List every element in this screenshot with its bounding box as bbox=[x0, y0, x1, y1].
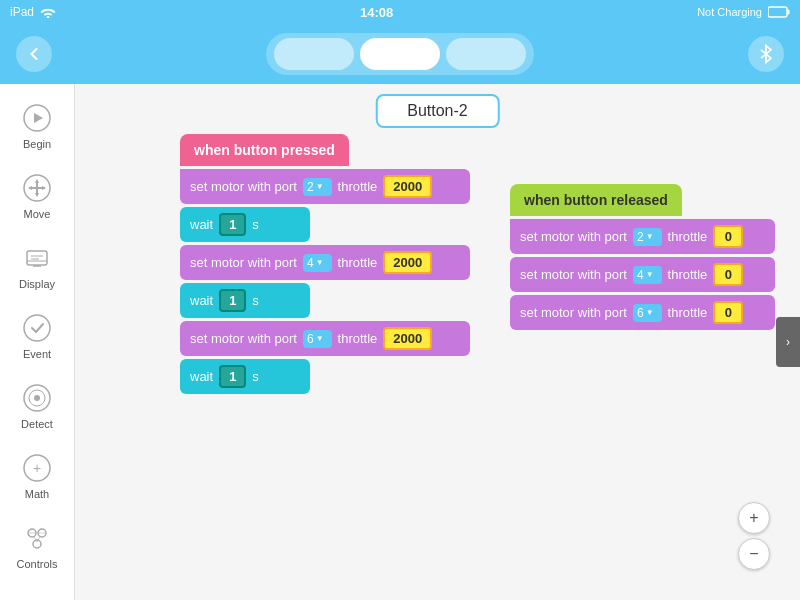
nav-tab-1[interactable] bbox=[274, 38, 354, 70]
play-icon bbox=[19, 100, 55, 136]
sidebar-item-event[interactable]: Event bbox=[0, 302, 74, 368]
wait-unit-1: s bbox=[252, 217, 259, 232]
svg-rect-10 bbox=[27, 251, 47, 265]
throttle-label-2: throttle bbox=[338, 255, 378, 270]
value-box-3[interactable]: 2000 bbox=[383, 327, 432, 350]
sidebar-item-math[interactable]: + Math bbox=[0, 442, 74, 508]
motor-block-r3[interactable]: set motor with port 6 throttle 0 bbox=[510, 295, 775, 330]
trigger-pressed[interactable]: when button pressed bbox=[180, 134, 349, 166]
value-box-r3[interactable]: 0 bbox=[713, 301, 743, 324]
display-icon bbox=[19, 240, 55, 276]
set-motor-label-1: set motor with port bbox=[190, 179, 297, 194]
svg-point-14 bbox=[34, 395, 40, 401]
trigger-released[interactable]: when button released bbox=[510, 184, 682, 216]
sidebar-item-controls[interactable]: Controls bbox=[0, 512, 74, 578]
wait-label-3: wait bbox=[190, 369, 213, 384]
zoom-in-button[interactable]: + bbox=[738, 502, 770, 534]
svg-marker-9 bbox=[42, 186, 46, 190]
right-block-group: when button released set motor with port… bbox=[510, 184, 775, 333]
battery-label: Not Charging bbox=[697, 6, 762, 18]
svg-marker-4 bbox=[34, 113, 43, 123]
sidebar-label-display: Display bbox=[19, 278, 55, 290]
sidebar-label-move: Move bbox=[24, 208, 51, 220]
sidebar-item-move[interactable]: Move bbox=[0, 162, 74, 228]
set-motor-label-2: set motor with port bbox=[190, 255, 297, 270]
wait-block-3[interactable]: wait 1 s bbox=[180, 359, 310, 394]
svg-point-11 bbox=[24, 315, 50, 341]
event-icon bbox=[19, 310, 55, 346]
wait-block-1[interactable]: wait 1 s bbox=[180, 207, 310, 242]
throttle-label-1: throttle bbox=[338, 179, 378, 194]
motor-block-r1[interactable]: set motor with port 2 throttle 0 bbox=[510, 219, 775, 254]
wait-label-1: wait bbox=[190, 217, 213, 232]
wait-value-2[interactable]: 1 bbox=[219, 289, 246, 312]
port-select-r3[interactable]: 6 bbox=[633, 304, 662, 322]
bluetooth-button[interactable] bbox=[748, 36, 784, 72]
sidebar-item-detect[interactable]: Detect bbox=[0, 372, 74, 438]
nav-tabs bbox=[266, 33, 534, 75]
main-layout: Begin Move bbox=[0, 84, 800, 600]
port-select-1[interactable]: 2 bbox=[303, 178, 332, 196]
wifi-icon bbox=[40, 6, 56, 18]
sidebar-label-begin: Begin bbox=[23, 138, 51, 150]
zoom-controls: + − bbox=[738, 502, 770, 570]
motor-block-r2[interactable]: set motor with port 4 throttle 0 bbox=[510, 257, 775, 292]
value-box-1[interactable]: 2000 bbox=[383, 175, 432, 198]
motor-block-3[interactable]: set motor with port 6 throttle 2000 bbox=[180, 321, 470, 356]
port-select-r1[interactable]: 2 bbox=[633, 228, 662, 246]
sidebar-item-begin[interactable]: Begin bbox=[0, 92, 74, 158]
wait-unit-2: s bbox=[252, 293, 259, 308]
wait-value-3[interactable]: 1 bbox=[219, 365, 246, 388]
canvas-area: Button-2 when button pressed set motor w… bbox=[75, 84, 800, 600]
move-icon bbox=[19, 170, 55, 206]
battery-icon bbox=[768, 6, 790, 18]
sidebar-label-event: Event bbox=[23, 348, 51, 360]
set-motor-label-r3: set motor with port bbox=[520, 305, 627, 320]
svg-rect-1 bbox=[768, 7, 787, 17]
wait-label-2: wait bbox=[190, 293, 213, 308]
svg-marker-8 bbox=[28, 186, 32, 190]
set-motor-label-3: set motor with port bbox=[190, 331, 297, 346]
sidebar-label-detect: Detect bbox=[21, 418, 53, 430]
wait-value-1[interactable]: 1 bbox=[219, 213, 246, 236]
device-label: iPad bbox=[10, 5, 34, 19]
zoom-out-button[interactable]: − bbox=[738, 538, 770, 570]
svg-point-0 bbox=[47, 16, 50, 18]
left-block-group: when button pressed set motor with port … bbox=[180, 134, 470, 397]
button-label: Button-2 bbox=[375, 94, 499, 128]
value-box-r2[interactable]: 0 bbox=[713, 263, 743, 286]
set-motor-label-r2: set motor with port bbox=[520, 267, 627, 282]
detect-icon bbox=[19, 380, 55, 416]
back-button[interactable] bbox=[16, 36, 52, 72]
math-icon: + bbox=[19, 450, 55, 486]
motor-block-1[interactable]: set motor with port 2 throttle 2000 bbox=[180, 169, 470, 204]
svg-marker-6 bbox=[35, 179, 39, 183]
throttle-label-r1: throttle bbox=[668, 229, 708, 244]
nav-tab-3[interactable] bbox=[446, 38, 526, 70]
sidebar: Begin Move bbox=[0, 84, 75, 600]
port-select-3[interactable]: 6 bbox=[303, 330, 332, 348]
nav-tab-2[interactable] bbox=[360, 38, 440, 70]
throttle-label-r3: throttle bbox=[668, 305, 708, 320]
scroll-toggle[interactable]: › bbox=[776, 317, 800, 367]
status-right: Not Charging bbox=[697, 6, 790, 18]
controls-icon bbox=[19, 520, 55, 556]
value-box-r1[interactable]: 0 bbox=[713, 225, 743, 248]
sidebar-item-display[interactable]: Display bbox=[0, 232, 74, 298]
status-left: iPad bbox=[10, 5, 56, 19]
wait-block-2[interactable]: wait 1 s bbox=[180, 283, 310, 318]
nav-bar bbox=[0, 24, 800, 84]
status-bar: iPad 14:08 Not Charging bbox=[0, 0, 800, 24]
svg-text:+: + bbox=[33, 460, 41, 476]
sidebar-label-math: Math bbox=[25, 488, 49, 500]
port-select-2[interactable]: 4 bbox=[303, 254, 332, 272]
throttle-label-r2: throttle bbox=[668, 267, 708, 282]
throttle-label-3: throttle bbox=[338, 331, 378, 346]
sidebar-label-controls: Controls bbox=[17, 558, 58, 570]
value-box-2[interactable]: 2000 bbox=[383, 251, 432, 274]
status-time: 14:08 bbox=[360, 5, 393, 20]
port-select-r2[interactable]: 4 bbox=[633, 266, 662, 284]
svg-rect-2 bbox=[787, 10, 789, 15]
wait-unit-3: s bbox=[252, 369, 259, 384]
motor-block-2[interactable]: set motor with port 4 throttle 2000 bbox=[180, 245, 470, 280]
